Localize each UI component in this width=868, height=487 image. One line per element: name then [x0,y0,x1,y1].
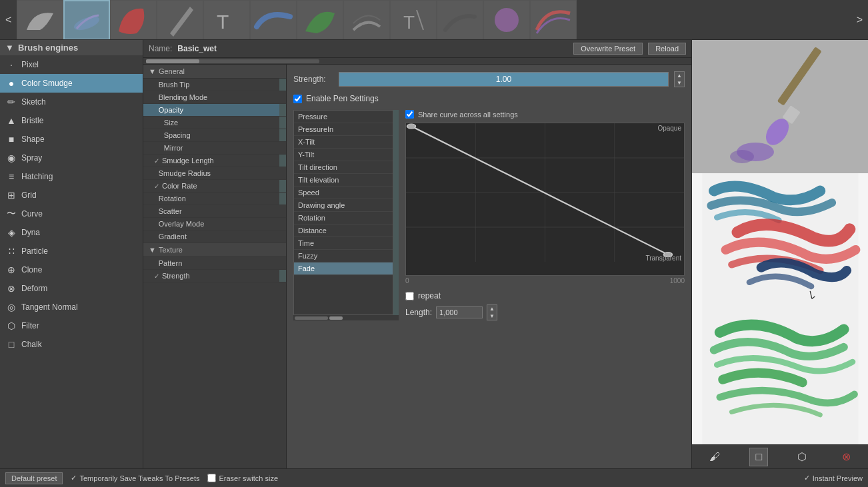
curve-item-xtilt[interactable]: X-Tilt [294,136,393,149]
particle-icon: ∷ [5,245,17,257]
length-input[interactable] [436,306,483,318]
scroll-indicator-strength [279,270,286,282]
settings-item-brush-tip[interactable]: Brush Tip [143,79,286,91]
settings-item-spacing[interactable]: Spacing [143,129,286,142]
settings-item-overlay-mode[interactable]: Overlay Mode [143,218,286,231]
top-toolbar: < T T [0,0,868,40]
paint-bucket-icon-btn[interactable]: ⬡ [792,448,812,466]
brush-preset-3[interactable] [157,0,203,39]
bristle-icon: ▲ [5,115,17,127]
brush-preset-5[interactable] [250,0,297,39]
clone-icon: ⊕ [5,264,17,276]
sidebar-item-deform[interactable]: ⊗ Deform [0,279,143,298]
curve-item-pressure[interactable]: Pressure [294,111,393,123]
nav-left-btn[interactable]: < [0,0,17,39]
sidebar-item-dyna[interactable]: ◈ Dyna [0,223,143,242]
settings-item-color-rate[interactable]: ✓ Color Rate [143,180,286,193]
brush-preset-7[interactable] [343,0,390,39]
strength-up-arrow[interactable]: ▲ [675,72,684,79]
curve-item-fade[interactable]: Fade [294,262,393,275]
tangent-normal-icon: ◎ [5,301,17,313]
sidebar-item-hatching[interactable]: ≡ Hatching [0,167,143,186]
share-curve-checkbox[interactable] [405,110,414,119]
curve-list: Pressure PressureIn X-Tilt Y-Tilt Tilt d… [293,110,393,315]
right-panel: 🖌 □ ⬡ ⊗ [691,40,868,468]
brush-preset-2[interactable] [110,0,157,39]
settings-item-pattern[interactable]: Pattern [143,257,286,270]
cancel-icon-btn[interactable]: ⊗ [837,448,856,466]
brush-preset-8[interactable]: T [390,0,437,39]
right-panel-bottom: 🖌 □ ⬡ ⊗ [692,444,868,468]
enable-pen-checkbox[interactable] [293,95,302,103]
sidebar-item-spray[interactable]: ◉ Spray [0,149,143,167]
strength-down-arrow[interactable]: ▼ [675,79,684,87]
sidebar-item-clone[interactable]: ⊕ Clone [0,260,143,279]
curve-axis: 0 1000 [405,276,685,286]
nav-right-btn[interactable]: > [851,0,868,39]
eraser-switch-checkbox[interactable] [207,474,216,482]
curve-item-rotation[interactable]: Rotation [294,212,393,225]
length-down-arrow[interactable]: ▼ [487,312,497,320]
settings-item-mirror[interactable]: Mirror [143,142,286,155]
bottom-bar: Default preset ✓ Temporarily Save Tweaks… [0,468,868,487]
settings-item-opacity[interactable]: Opacity [143,104,286,117]
brush-preset-9[interactable] [437,0,483,39]
eraser-switch-item[interactable]: Eraser switch size [207,474,278,482]
brush-preset-10[interactable] [483,0,530,39]
curve-item-ytilt[interactable]: Y-Tilt [294,149,393,161]
eraser-switch-label: Eraser switch size [219,474,278,482]
sidebar-item-curve[interactable]: 〜 Curve [0,205,143,223]
strength-slider[interactable]: 1.00 [339,72,669,87]
settings-item-strength[interactable]: ✓ Strength [143,270,286,282]
curve-item-fuzzy[interactable]: Fuzzy [294,250,393,262]
repeat-checkbox[interactable] [405,292,414,300]
brush-icon-btn[interactable]: 🖌 [704,448,725,466]
sidebar-item-sketch[interactable]: ✏ Sketch [0,93,143,111]
check-strength: ✓ [154,272,159,280]
brush-preset-1[interactable] [63,0,110,39]
temp-save-item[interactable]: ✓ Temporarily Save Tweaks To Presets [71,474,199,482]
sidebar-item-grid[interactable]: ⊞ Grid [0,186,143,205]
settings-item-smudge-length[interactable]: ✓ Smudge Length [143,155,286,167]
settings-item-rotation[interactable]: Rotation [143,193,286,205]
curve-graph[interactable]: Opaque [405,123,685,276]
overwrite-preset-btn[interactable]: Overwrite Preset [573,43,643,55]
sidebar-item-shape[interactable]: ■ Shape [0,130,143,149]
check-spacing [159,132,161,139]
sidebar-item-chalk[interactable]: □ Chalk [0,335,143,354]
sidebar-item-particle[interactable]: ∷ Particle [0,242,143,260]
brush-preset-4[interactable]: T [203,0,250,39]
curve-item-tilt-elevation[interactable]: Tilt elevation [294,174,393,187]
curve-item-pressurein[interactable]: PressureIn [294,123,393,136]
curve-item-distance[interactable]: Distance [294,225,393,237]
instant-preview-label: Instant Preview [813,474,863,482]
settings-content: Strength: 1.00 ▲ ▼ Enable Pen Settings [287,65,691,468]
brush-preset-6[interactable] [297,0,343,39]
square-icon-btn[interactable]: □ [749,448,768,466]
settings-item-smudge-radius[interactable]: Smudge Radius [143,167,286,180]
curve-item-speed[interactable]: Speed [294,187,393,199]
curve-icon: 〜 [5,208,17,220]
sidebar-item-filter[interactable]: ⬡ Filter [0,316,143,335]
curve-list-scrollbar[interactable] [393,110,399,315]
settings-item-size[interactable]: Size [143,117,286,129]
settings-item-blending-mode[interactable]: Blending Mode [143,91,286,104]
brush-preset-11[interactable] [530,0,577,39]
curve-item-drawing-angle[interactable]: Drawing angle [294,199,393,212]
settings-item-scatter[interactable]: Scatter [143,205,286,218]
sidebar-item-tangent-normal[interactable]: ◎ Tangent Normal [0,298,143,316]
curve-item-tilt-direction[interactable]: Tilt direction [294,161,393,174]
brush-preset-0[interactable] [17,0,63,39]
curve-item-time[interactable]: Time [294,237,393,250]
sidebar-item-pixel[interactable]: · Pixel [0,55,143,74]
sidebar-item-bristle[interactable]: ▲ Bristle [0,111,143,130]
reload-btn[interactable]: Reload [648,43,686,55]
sketch-icon: ✏ [5,96,17,108]
sidebar-item-color-smudge[interactable]: ● Color Smudge [0,74,143,93]
instant-preview-item[interactable]: ✓ Instant Preview [804,474,863,482]
settings-item-gradient[interactable]: Gradient [143,231,286,243]
settings-section-general: ▼ General [143,65,286,79]
left-sidebar: ▼ Brush engines · Pixel ● Color Smudge ✏… [0,40,143,468]
default-preset-btn[interactable]: Default preset [5,472,63,484]
length-up-arrow[interactable]: ▲ [487,305,497,312]
